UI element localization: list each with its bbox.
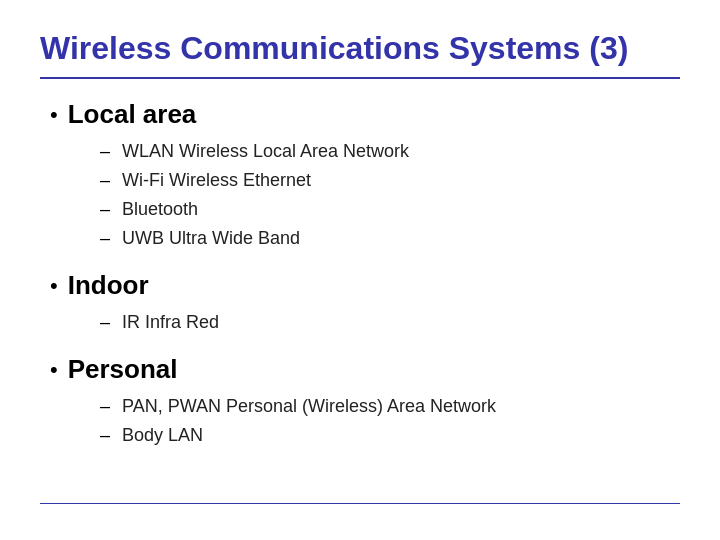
section-local-area-header: • Local area — [50, 99, 680, 130]
item-text: PAN, PWAN Personal (Wireless) Area Netwo… — [122, 393, 496, 420]
dash-icon: – — [100, 225, 114, 252]
slide-title: Wireless Communications Systems (3) — [40, 30, 680, 79]
dash-icon: – — [100, 167, 114, 194]
list-item: – IR Infra Red — [100, 309, 680, 336]
indoor-items: – IR Infra Red — [50, 309, 680, 336]
bullet-personal: • — [50, 357, 58, 383]
dash-icon: – — [100, 196, 114, 223]
personal-items: – PAN, PWAN Personal (Wireless) Area Net… — [50, 393, 680, 449]
list-item: – Bluetooth — [100, 196, 680, 223]
dash-icon: – — [100, 393, 114, 420]
section-indoor: • Indoor – IR Infra Red — [50, 270, 680, 336]
list-item: – Body LAN — [100, 422, 680, 449]
item-text: IR Infra Red — [122, 309, 219, 336]
bullet-local-area: • — [50, 102, 58, 128]
item-text: Wi-Fi Wireless Ethernet — [122, 167, 311, 194]
dash-icon: – — [100, 422, 114, 449]
section-personal-title: Personal — [68, 354, 178, 385]
slide: Wireless Communications Systems (3) • Lo… — [0, 0, 720, 540]
item-text: Body LAN — [122, 422, 203, 449]
bullet-indoor: • — [50, 273, 58, 299]
item-text: WLAN Wireless Local Area Network — [122, 138, 409, 165]
section-personal-header: • Personal — [50, 354, 680, 385]
section-indoor-title: Indoor — [68, 270, 149, 301]
local-area-items: – WLAN Wireless Local Area Network – Wi-… — [50, 138, 680, 252]
list-item: – Wi-Fi Wireless Ethernet — [100, 167, 680, 194]
slide-content: • Local area – WLAN Wireless Local Area … — [40, 99, 680, 503]
section-local-area-title: Local area — [68, 99, 197, 130]
section-local-area: • Local area – WLAN Wireless Local Area … — [50, 99, 680, 252]
dash-icon: – — [100, 309, 114, 336]
list-item: – WLAN Wireless Local Area Network — [100, 138, 680, 165]
section-personal: • Personal – PAN, PWAN Personal (Wireles… — [50, 354, 680, 449]
item-text: Bluetooth — [122, 196, 198, 223]
list-item: – UWB Ultra Wide Band — [100, 225, 680, 252]
list-item: – PAN, PWAN Personal (Wireless) Area Net… — [100, 393, 680, 420]
footer-line — [40, 503, 680, 510]
dash-icon: – — [100, 138, 114, 165]
item-text: UWB Ultra Wide Band — [122, 225, 300, 252]
section-indoor-header: • Indoor — [50, 270, 680, 301]
